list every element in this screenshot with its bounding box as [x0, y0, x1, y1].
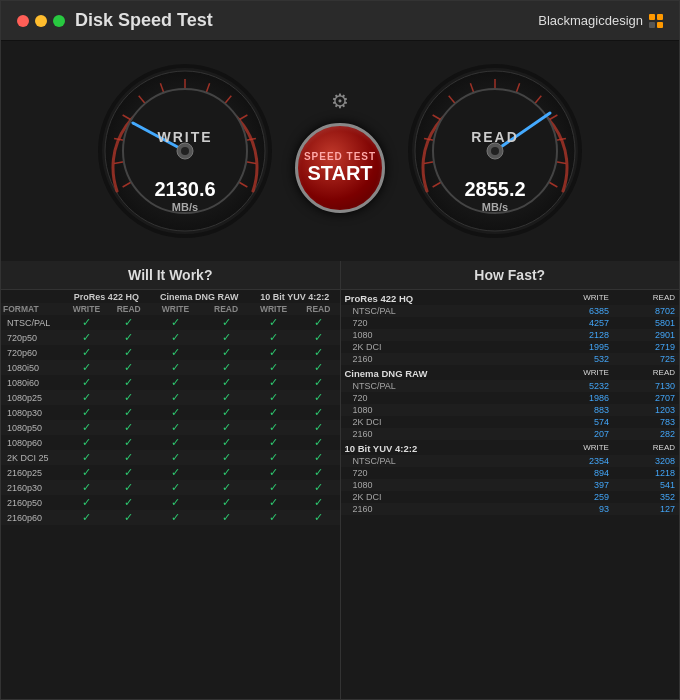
wiw-check: ✓ [109, 330, 149, 345]
wiw-row-label: 1080i50 [1, 360, 64, 375]
hf-data-row: NTSC/PAL23543208 [341, 455, 680, 467]
close-button[interactable] [17, 15, 29, 27]
wiw-check: ✓ [64, 330, 109, 345]
wiw-check: ✓ [202, 315, 250, 330]
wiw-check: ✓ [109, 435, 149, 450]
wiw-row: 2160p25✓✓✓✓✓✓ [1, 465, 340, 480]
start-sub: SPEED TEST [304, 151, 376, 162]
rd2: READ [202, 303, 250, 315]
write-label: WRITE [157, 129, 212, 145]
wiw-check: ✓ [250, 495, 297, 510]
wiw-check: ✓ [109, 465, 149, 480]
write-gauge-svg [95, 61, 275, 241]
wiw-check: ✓ [297, 465, 339, 480]
wiw-check: ✓ [109, 360, 149, 375]
wiw-check: ✓ [297, 360, 339, 375]
wiw-check: ✓ [202, 390, 250, 405]
wiw-row: 2160p60✓✓✓✓✓✓ [1, 510, 340, 525]
hf-group-name: 10 Bit YUV 4:2:2 [341, 440, 540, 455]
wiw-check: ✓ [297, 480, 339, 495]
hf-read-val: 352 [613, 491, 679, 503]
dot4 [657, 22, 663, 28]
wiw-check: ✓ [64, 375, 109, 390]
hf-row-label: NTSC/PAL [341, 380, 540, 392]
hf-read-header: READ [613, 290, 679, 305]
wr2: WRITE [149, 303, 202, 315]
wiw-check: ✓ [297, 345, 339, 360]
wiw-check: ✓ [250, 450, 297, 465]
hf-row-label: 1080 [341, 329, 540, 341]
settings-icon[interactable]: ⚙ [331, 89, 349, 113]
hf-read-header: READ [613, 440, 679, 455]
hf-read-val: 725 [613, 353, 679, 365]
wiw-check: ✓ [109, 390, 149, 405]
wiw-row: 1080p60✓✓✓✓✓✓ [1, 435, 340, 450]
app-window: Disk Speed Test Blackmagicdesign [0, 0, 680, 700]
wiw-check: ✓ [149, 345, 202, 360]
wiw-row-label: 720p60 [1, 345, 64, 360]
hf-row-label: 720 [341, 317, 540, 329]
write-gauge-wrapper: WRITE 2130.6 MB/s [95, 61, 275, 241]
hf-group-name: ProRes 422 HQ [341, 290, 540, 305]
wiw-check: ✓ [149, 315, 202, 330]
rd1: READ [109, 303, 149, 315]
read-value: 2855.2 MB/s [464, 178, 525, 213]
read-unit: MB/s [464, 201, 525, 213]
wiw-check: ✓ [297, 315, 339, 330]
hf-write-val: 574 [539, 416, 613, 428]
hf-row-label: 2160 [341, 503, 540, 515]
hf-data-row: 2160532725 [341, 353, 680, 365]
wiw-check: ✓ [202, 375, 250, 390]
wiw-check: ✓ [109, 450, 149, 465]
hf-write-val: 6385 [539, 305, 613, 317]
hf-section-header: ProRes 422 HQWRITEREAD [341, 290, 680, 305]
hf-read-header: READ [613, 365, 679, 380]
wiw-check: ✓ [149, 450, 202, 465]
wiw-check: ✓ [149, 330, 202, 345]
wiw-check: ✓ [64, 360, 109, 375]
wiw-check: ✓ [64, 450, 109, 465]
hf-data-row: 7208941218 [341, 467, 680, 479]
data-section: Will It Work? ProRes 422 HQ Cinema DNG R… [1, 261, 679, 699]
write-unit: MB/s [154, 201, 215, 213]
wiw-check: ✓ [109, 420, 149, 435]
start-main: START [307, 162, 372, 185]
wiw-check: ✓ [297, 330, 339, 345]
hf-read-val: 8702 [613, 305, 679, 317]
hf-write-val: 5232 [539, 380, 613, 392]
minimize-button[interactable] [35, 15, 47, 27]
hf-section-header: Cinema DNG RAWWRITEREAD [341, 365, 680, 380]
hf-read-val: 2719 [613, 341, 679, 353]
wiw-row: 1080p50✓✓✓✓✓✓ [1, 420, 340, 435]
dot3 [649, 22, 655, 28]
hf-row-label: 2K DCI [341, 491, 540, 503]
wiw-check: ✓ [109, 315, 149, 330]
hf-write-val: 532 [539, 353, 613, 365]
hf-write-header: WRITE [539, 440, 613, 455]
wiw-row-label: 1080i60 [1, 375, 64, 390]
wiw-row: 1080i50✓✓✓✓✓✓ [1, 360, 340, 375]
hf-row-label: 720 [341, 392, 540, 404]
start-button[interactable]: SPEED TEST START [295, 123, 385, 213]
wiw-check: ✓ [250, 375, 297, 390]
wiw-row: 1080i60✓✓✓✓✓✓ [1, 375, 340, 390]
wiw-check: ✓ [250, 360, 297, 375]
wiw-row: 1080p30✓✓✓✓✓✓ [1, 405, 340, 420]
wiw-check: ✓ [250, 405, 297, 420]
hf-data-row: 2K DCI259352 [341, 491, 680, 503]
hf-write-header: WRITE [539, 290, 613, 305]
wiw-check: ✓ [297, 375, 339, 390]
hf-data-row: 1080397541 [341, 479, 680, 491]
hf-read-val: 2707 [613, 392, 679, 404]
wiw-check: ✓ [202, 465, 250, 480]
wiw-check: ✓ [202, 480, 250, 495]
svg-point-37 [491, 147, 499, 155]
hf-write-val: 1986 [539, 392, 613, 404]
wiw-check: ✓ [250, 465, 297, 480]
wiw-check: ✓ [202, 510, 250, 525]
wiw-check: ✓ [297, 435, 339, 450]
wiw-check: ✓ [149, 435, 202, 450]
maximize-button[interactable] [53, 15, 65, 27]
wiw-check: ✓ [149, 480, 202, 495]
hf-write-val: 2354 [539, 455, 613, 467]
